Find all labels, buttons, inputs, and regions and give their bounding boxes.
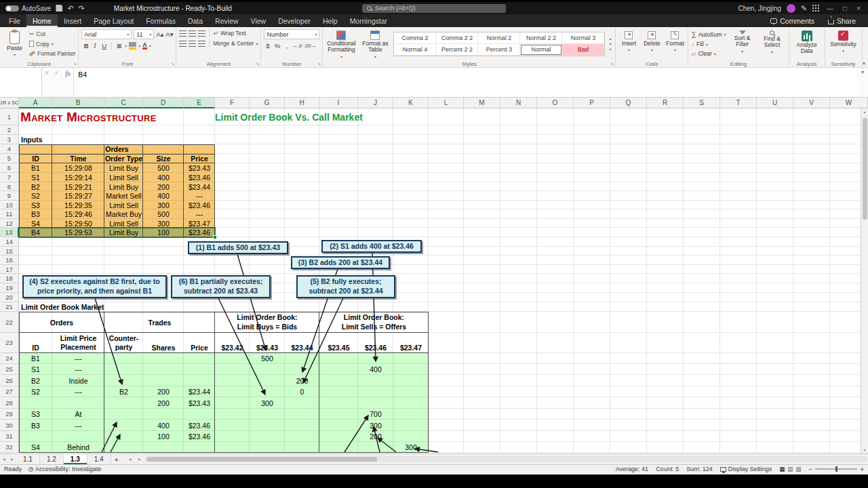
cell-C9[interactable]: Market Sell <box>104 191 143 201</box>
analyze-data-button[interactable]: Analyze Data <box>792 29 822 58</box>
row-header-12[interactable]: 12 <box>0 219 19 228</box>
cell-J30[interactable]: 300 <box>358 420 393 431</box>
ribbon-tab-morningstar[interactable]: Morningstar <box>344 14 393 27</box>
cell-C23[interactable]: Counter- party <box>104 333 143 353</box>
cell-B29[interactable]: At <box>52 409 104 420</box>
format-as-table-button[interactable]: Format as Table ▾ <box>359 29 391 59</box>
font-color-button[interactable]: A <box>142 42 147 49</box>
cell-C5[interactable]: Order Type <box>104 154 143 163</box>
cell-G23[interactable]: $23.43 <box>250 333 285 353</box>
page-layout-view-icon[interactable]: ▤ <box>787 466 793 472</box>
percent-format-button[interactable]: % <box>273 41 281 50</box>
cell-B30[interactable]: --- <box>52 420 104 431</box>
column-header-R[interactable]: R <box>647 98 684 108</box>
cell-F22[interactable]: Limit Order Book: Limit Buys = Bids <box>215 312 319 333</box>
ribbon-tab-view[interactable]: View <box>245 14 273 27</box>
ribbon-tab-formulas[interactable]: Formulas <box>140 14 182 27</box>
align-center-icon[interactable] <box>189 41 196 47</box>
row-header-32[interactable]: 32 <box>0 442 19 453</box>
sheet-tab-1.4[interactable]: 1.4 <box>87 454 111 464</box>
column-header-H[interactable]: H <box>285 98 319 108</box>
user-avatar[interactable] <box>787 4 795 13</box>
ribbon-tab-developer[interactable]: Developer <box>272 14 317 27</box>
row-header-27[interactable]: 27 <box>0 386 19 397</box>
zoom-slider-thumb[interactable] <box>835 466 837 472</box>
row-header-8[interactable]: 8 <box>0 182 19 191</box>
cell-E27[interactable]: $23.44 <box>184 386 215 397</box>
cancel-entry-icon[interactable]: × <box>42 68 52 97</box>
collapse-ribbon-icon[interactable]: ▴ <box>863 60 865 66</box>
style-chip-normal[interactable]: Normal <box>520 44 562 56</box>
style-chip-comma-2[interactable]: Comma 2 <box>394 33 436 44</box>
share-button[interactable]: Share <box>823 16 861 26</box>
row-header-26[interactable]: 26 <box>0 375 19 386</box>
row-header-25[interactable]: 25 <box>0 364 19 375</box>
cell-D27[interactable]: 200 <box>143 386 184 397</box>
styles-dialog-launcher-icon[interactable]: ↘ <box>610 61 614 66</box>
row-header-3[interactable]: 3 <box>0 135 19 144</box>
callout-c2[interactable]: (2) S1 adds 400 at $23.46 <box>321 240 422 253</box>
cell-B26[interactable]: Inside <box>52 375 104 386</box>
vscroll-down-icon[interactable]: ▾ <box>861 447 868 453</box>
selection-fill-handle[interactable] <box>213 235 217 239</box>
comments-button[interactable]: Comments <box>765 16 820 26</box>
cell-A8[interactable]: B2 <box>19 182 52 191</box>
apps-grid-icon[interactable] <box>812 5 814 6</box>
row-header-13[interactable]: 13 <box>0 228 19 237</box>
maximize-button[interactable]: □ <box>841 5 849 12</box>
row-header-7[interactable]: 7 <box>0 173 19 182</box>
column-header-D[interactable]: D <box>143 98 184 108</box>
search-box[interactable] <box>362 4 506 13</box>
number-format-select[interactable]: Number▾ <box>264 29 319 39</box>
sheet-nav-left-icon[interactable]: ◂ <box>0 454 8 464</box>
cell-B6[interactable]: 15:29:08 <box>52 163 104 173</box>
column-header-G[interactable]: G <box>250 98 285 108</box>
cell-B23[interactable]: Limit Price Placement <box>52 333 104 353</box>
row-header-21[interactable]: 21 <box>0 302 19 312</box>
insert-cells-button[interactable]: Insert ▾ <box>618 29 639 58</box>
paste-button[interactable]: Paste ▾ <box>3 29 26 58</box>
cell-D7[interactable]: 400 <box>143 173 184 182</box>
normal-view-icon[interactable]: ▦ <box>779 466 785 472</box>
cell-J31[interactable]: 200 <box>358 431 393 442</box>
sheet-nav-right-icon[interactable]: ▸ <box>8 454 16 464</box>
wrap-text-button[interactable]: ↵Wrap Text <box>213 30 246 37</box>
cell-A5[interactable]: ID <box>19 154 52 163</box>
cell-B9[interactable]: 15:29:27 <box>52 191 104 201</box>
vscroll-up-icon[interactable]: ▴ <box>861 108 868 115</box>
cell-A3[interactable]: Inputs <box>19 135 52 144</box>
decrease-decimal-button[interactable]: .00→ <box>304 41 316 50</box>
style-chip-percent-3[interactable]: Percent 3 <box>478 44 520 56</box>
cell-E31[interactable]: $23.46 <box>184 431 215 442</box>
row-header-6[interactable]: 6 <box>0 163 19 173</box>
cell-B7[interactable]: 15:29:14 <box>52 173 104 182</box>
confirm-entry-icon[interactable]: ✓ <box>52 68 62 97</box>
ribbon-tab-help[interactable]: Help <box>317 14 344 27</box>
cell-C11[interactable]: Market Buy <box>104 209 143 219</box>
cell-D28[interactable]: 200 <box>143 397 184 409</box>
save-icon[interactable] <box>56 5 62 12</box>
cell-D30[interactable]: 400 <box>143 420 184 431</box>
column-header-L[interactable]: L <box>429 98 464 108</box>
column-header-P[interactable]: P <box>574 98 610 108</box>
cell-I22[interactable]: Limit Order Book: Limit Sells = Offers <box>319 312 429 333</box>
column-header-O[interactable]: O <box>537 98 574 108</box>
conditional-formatting-button[interactable]: Conditional Formatting ▾ <box>326 29 357 59</box>
gallery-up-icon[interactable]: ▴ <box>609 36 611 41</box>
cell-C27[interactable]: B2 <box>104 386 143 397</box>
italic-button[interactable]: I <box>91 41 98 50</box>
comma-format-button[interactable]: , <box>283 41 290 50</box>
cell-E10[interactable]: $23.46 <box>184 201 215 209</box>
row-header-15[interactable]: 15 <box>0 247 19 256</box>
row-header-14[interactable]: 14 <box>0 237 19 247</box>
cell-E30[interactable]: $23.46 <box>184 420 215 431</box>
cell-D5[interactable]: Size <box>143 154 184 163</box>
cell-E8[interactable]: $23.44 <box>184 182 215 191</box>
fill-color-button[interactable] <box>129 42 136 49</box>
align-top-icon[interactable] <box>179 30 186 37</box>
horizontal-scrollbar[interactable]: ◂ ▸ <box>126 454 868 464</box>
gallery-down-icon[interactable]: ▾ <box>609 41 611 46</box>
cell-B10[interactable]: 15:29:35 <box>52 201 104 209</box>
align-middle-icon[interactable] <box>189 30 196 37</box>
style-chip-normal-3[interactable]: Normal 3 <box>562 33 604 44</box>
